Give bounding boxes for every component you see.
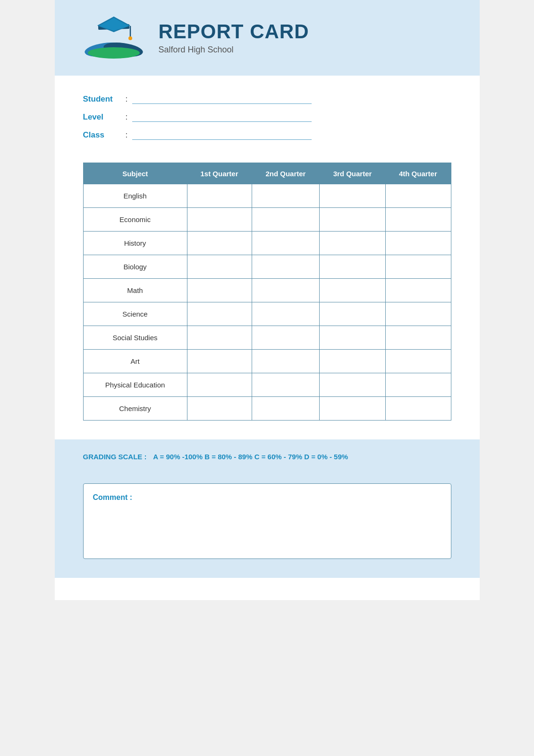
col-q1: 1st Quarter — [187, 163, 252, 185]
table-row: Art — [83, 350, 451, 373]
table-row: Science — [83, 302, 451, 326]
q2-grade-cell[interactable] — [252, 208, 320, 232]
svg-point-8 — [128, 36, 132, 40]
q2-grade-cell[interactable] — [252, 184, 320, 208]
subject-cell: Social Studies — [83, 326, 187, 350]
q1-grade-cell[interactable] — [187, 232, 252, 255]
school-logo — [83, 14, 144, 61]
comment-label: Comment : — [93, 493, 133, 501]
table-row: History — [83, 232, 451, 255]
q3-grade-cell[interactable] — [320, 397, 385, 421]
q1-grade-cell[interactable] — [187, 279, 252, 302]
subject-cell: Science — [83, 302, 187, 326]
q3-grade-cell[interactable] — [320, 326, 385, 350]
class-input-line[interactable] — [132, 130, 312, 140]
q4-grade-cell[interactable] — [385, 326, 451, 350]
level-row: Level : — [83, 112, 451, 122]
q1-grade-cell[interactable] — [187, 373, 252, 397]
subject-cell: Biology — [83, 255, 187, 279]
q4-grade-cell[interactable] — [385, 184, 451, 208]
svg-point-2 — [88, 47, 140, 59]
level-input-line[interactable] — [132, 112, 312, 122]
subject-cell: Math — [83, 279, 187, 302]
q4-grade-cell[interactable] — [385, 232, 451, 255]
col-q2: 2nd Quarter — [252, 163, 320, 185]
col-q4: 4th Quarter — [385, 163, 451, 185]
table-row: Math — [83, 279, 451, 302]
q1-grade-cell[interactable] — [187, 184, 252, 208]
q1-grade-cell[interactable] — [187, 208, 252, 232]
q2-grade-cell[interactable] — [252, 373, 320, 397]
subject-cell: Chemistry — [83, 397, 187, 421]
q3-grade-cell[interactable] — [320, 302, 385, 326]
q2-grade-cell[interactable] — [252, 302, 320, 326]
subject-cell: Physical Education — [83, 373, 187, 397]
school-name: Salford High School — [159, 45, 309, 55]
q4-grade-cell[interactable] — [385, 208, 451, 232]
q3-grade-cell[interactable] — [320, 373, 385, 397]
q1-grade-cell[interactable] — [187, 326, 252, 350]
grading-scale-label: GRADING SCALE : — [83, 453, 147, 461]
subject-cell: History — [83, 232, 187, 255]
col-subject: Subject — [83, 163, 187, 185]
q4-grade-cell[interactable] — [385, 279, 451, 302]
q1-grade-cell[interactable] — [187, 255, 252, 279]
col-q3: 3rd Quarter — [320, 163, 385, 185]
q3-grade-cell[interactable] — [320, 350, 385, 373]
table-header-row: Subject 1st Quarter 2nd Quarter 3rd Quar… — [83, 163, 451, 185]
q1-grade-cell[interactable] — [187, 397, 252, 421]
q2-grade-cell[interactable] — [252, 350, 320, 373]
student-colon: : — [126, 94, 128, 104]
subject-cell: English — [83, 184, 187, 208]
report-card-title: REPORT CARD — [159, 21, 309, 43]
class-label: Class — [83, 130, 126, 140]
grading-scale-text: GRADING SCALE : A = 90% -100% B = 80% - … — [83, 453, 451, 461]
grading-scale-section: GRADING SCALE : A = 90% -100% B = 80% - … — [55, 439, 480, 474]
q3-grade-cell[interactable] — [320, 255, 385, 279]
q3-grade-cell[interactable] — [320, 232, 385, 255]
report-card-page: REPORT CARD Salford High School Student … — [55, 0, 480, 600]
q4-grade-cell[interactable] — [385, 397, 451, 421]
subject-cell: Economic — [83, 208, 187, 232]
q2-grade-cell[interactable] — [252, 255, 320, 279]
table-row: English — [83, 184, 451, 208]
level-label: Level — [83, 112, 126, 122]
grades-table: Subject 1st Quarter 2nd Quarter 3rd Quar… — [83, 163, 451, 421]
q2-grade-cell[interactable] — [252, 279, 320, 302]
grading-scale-values: A = 90% -100% B = 80% - 89% C = 60% - 79… — [153, 453, 348, 461]
table-row: Economic — [83, 208, 451, 232]
table-section: Subject 1st Quarter 2nd Quarter 3rd Quar… — [55, 163, 480, 435]
q4-grade-cell[interactable] — [385, 255, 451, 279]
header: REPORT CARD Salford High School — [55, 0, 480, 76]
info-section: Student : Level : Class : — [55, 76, 480, 163]
comment-box[interactable]: Comment : — [83, 483, 451, 559]
table-row: Social Studies — [83, 326, 451, 350]
q3-grade-cell[interactable] — [320, 279, 385, 302]
q1-grade-cell[interactable] — [187, 350, 252, 373]
q3-grade-cell[interactable] — [320, 184, 385, 208]
q2-grade-cell[interactable] — [252, 232, 320, 255]
comment-section: Comment : — [55, 474, 480, 578]
subject-cell: Art — [83, 350, 187, 373]
student-label: Student — [83, 94, 126, 104]
q4-grade-cell[interactable] — [385, 373, 451, 397]
q4-grade-cell[interactable] — [385, 350, 451, 373]
table-row: Physical Education — [83, 373, 451, 397]
table-row: Biology — [83, 255, 451, 279]
class-row: Class : — [83, 130, 451, 140]
q3-grade-cell[interactable] — [320, 208, 385, 232]
q4-grade-cell[interactable] — [385, 302, 451, 326]
q2-grade-cell[interactable] — [252, 397, 320, 421]
student-row: Student : — [83, 94, 451, 104]
class-colon: : — [126, 130, 128, 140]
level-colon: : — [126, 112, 128, 122]
header-text: REPORT CARD Salford High School — [159, 21, 309, 54]
q1-grade-cell[interactable] — [187, 302, 252, 326]
q2-grade-cell[interactable] — [252, 326, 320, 350]
student-input-line[interactable] — [132, 94, 312, 104]
table-row: Chemistry — [83, 397, 451, 421]
